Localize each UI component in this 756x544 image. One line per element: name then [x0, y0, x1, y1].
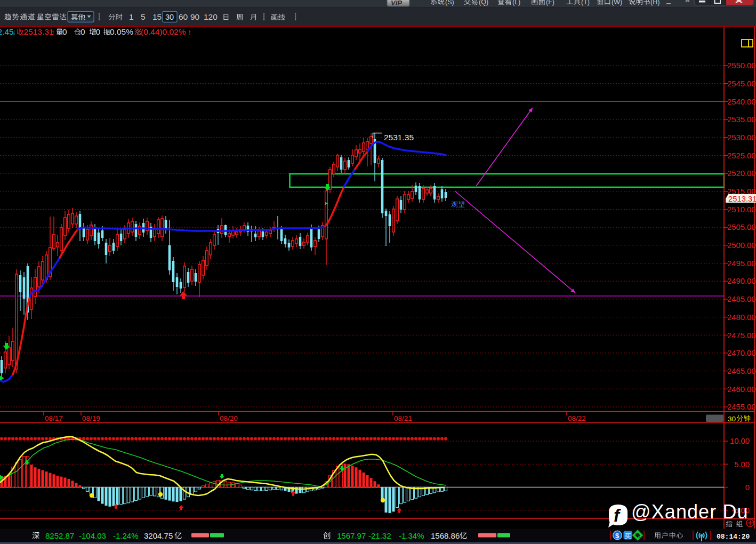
svg-text:2465.00: 2465.00: [727, 367, 756, 375]
svg-text:(H): (H): [650, 0, 660, 6]
svg-text:60: 60: [179, 12, 188, 21]
svg-text:(0.44)0.02%: (0.44)0.02%: [141, 27, 186, 36]
svg-text:2535.00: 2535.00: [727, 115, 756, 124]
svg-text:2480.00: 2480.00: [727, 313, 756, 322]
svg-text:-21.32: -21.32: [368, 531, 391, 540]
svg-text:08/22: 08/22: [568, 414, 586, 422]
svg-text:08/19: 08/19: [82, 414, 100, 422]
svg-text:1567.97: 1567.97: [337, 531, 366, 540]
svg-text:2505.00: 2505.00: [727, 223, 756, 231]
svg-text:8252.87: 8252.87: [45, 531, 74, 540]
svg-text:0: 0: [96, 27, 101, 36]
svg-text:90: 90: [190, 12, 200, 21]
svg-text:08:14:20: 08:14:20: [717, 533, 750, 541]
svg-text:10.00: 10.00: [730, 437, 750, 445]
svg-text:-104.03: -104.03: [79, 531, 106, 540]
svg-text:2460.00: 2460.00: [727, 385, 756, 394]
svg-text:0: 0: [62, 27, 67, 36]
svg-text:5: 5: [141, 12, 146, 21]
svg-text:2545.00: 2545.00: [727, 79, 756, 88]
svg-text:(L): (L): [512, 0, 520, 6]
svg-text:3204.75: 3204.75: [144, 531, 173, 540]
svg-text:2495.00: 2495.00: [727, 259, 756, 268]
svg-text:2513.31: 2513.31: [24, 27, 54, 36]
svg-text:@Xander Du: @Xander Du: [631, 501, 749, 523]
svg-text:15: 15: [152, 12, 162, 21]
svg-text:2455.00: 2455.00: [727, 403, 756, 411]
svg-text:2525.00: 2525.00: [727, 151, 756, 160]
svg-text:1568.86: 1568.86: [431, 531, 460, 540]
svg-text:↓: ↓: [12, 28, 16, 36]
svg-text:2530.00: 2530.00: [727, 133, 756, 142]
svg-text:2.45: 2.45: [0, 27, 14, 36]
svg-text:VIP: VIP: [391, 0, 402, 7]
svg-text:(Q): (Q): [479, 0, 488, 6]
svg-text:2540.00: 2540.00: [727, 98, 756, 106]
svg-text:5.00: 5.00: [734, 460, 750, 469]
svg-text:(F): (F): [546, 0, 554, 6]
svg-text:0: 0: [745, 483, 750, 492]
svg-text:30: 30: [165, 13, 174, 21]
svg-text:2475.00: 2475.00: [727, 331, 756, 340]
svg-text:30: 30: [728, 415, 736, 423]
svg-text:2470.00: 2470.00: [727, 349, 756, 357]
svg-text:-1.34%: -1.34%: [399, 531, 424, 540]
svg-text:120: 120: [204, 12, 218, 21]
svg-text:2490.00: 2490.00: [727, 277, 756, 285]
svg-text:2513.31: 2513.31: [728, 195, 756, 203]
svg-text:(S): (S): [445, 0, 454, 6]
svg-text:08/20: 08/20: [220, 414, 238, 422]
svg-text:(T): (T): [581, 0, 590, 6]
svg-text:$: $: [615, 532, 620, 540]
svg-text:1: 1: [129, 12, 134, 21]
svg-text:2520.00: 2520.00: [727, 169, 756, 178]
svg-text:↑: ↑: [51, 28, 55, 36]
svg-text:0.05%: 0.05%: [110, 27, 133, 36]
svg-text:2510.00: 2510.00: [727, 205, 756, 214]
svg-text:2500.00: 2500.00: [727, 241, 756, 250]
svg-text:0: 0: [81, 27, 85, 36]
svg-text:08/21: 08/21: [394, 414, 412, 422]
svg-text:↑: ↑: [188, 28, 191, 36]
svg-text:2550.00: 2550.00: [727, 61, 756, 70]
svg-text:(W): (W): [612, 0, 622, 6]
svg-text:2485.00: 2485.00: [727, 295, 756, 303]
svg-text:-1.24%: -1.24%: [113, 531, 139, 540]
svg-text:2531.35: 2531.35: [384, 133, 414, 142]
svg-text:08/17: 08/17: [45, 414, 63, 422]
